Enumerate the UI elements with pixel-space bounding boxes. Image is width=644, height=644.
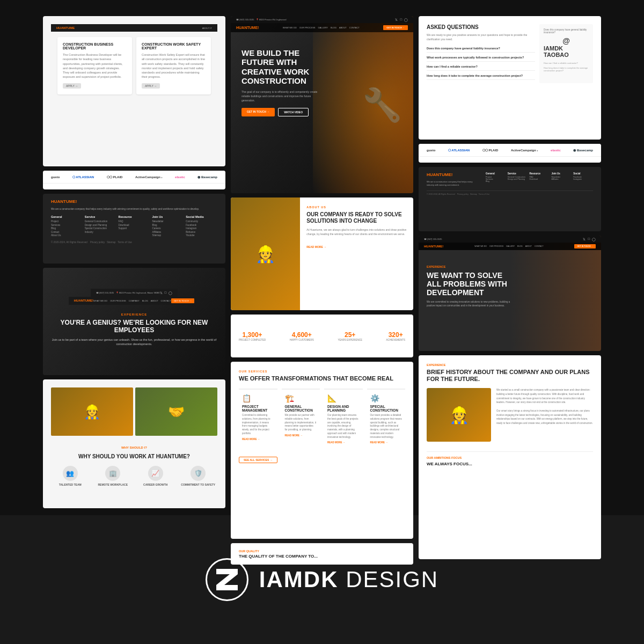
career-label: EXPERIENCE [51,313,217,316]
stat-experience-label: YEARS EXPERIENCE [338,339,362,341]
career-subtitle: Join us to be part of a team where your … [51,338,217,347]
faq-q2: What work processes are typically follow… [427,56,535,62]
center-column: ☎ (847) 555-0105 📍 8023 Preston Rd. Ingl… [231,16,413,565]
stat-achievements: 320+ ACHIEVEMENTS [386,331,405,341]
footer-col-resource: Resource FAQ Download Support [119,215,150,238]
stat-experience-number: 25+ [338,331,362,339]
service-card-2-btn[interactable]: APPLY → [142,83,160,89]
hero-nav-items: WHAT WE DO OUR PROCESS GALLERY BLOG ABOU… [283,26,360,29]
general-const-icon: 🏗️ [285,394,317,402]
stat-achievements-number: 320+ [386,331,405,339]
panel-footer-left: HUANTUME! We are a construction company … [43,194,225,264]
talented-team-icon: 👥 [63,466,78,481]
hero-cta-btn[interactable]: GET IN TOUCH → [383,25,408,30]
service-item-2-name: GENERAL CONSTRUCTION [285,405,317,412]
footer-bottom-left: © 2020-2024, All Rights Reserved Privacy… [51,241,217,244]
footer-col-joinus: Join Us Newsletter Blog Careers Affiliat… [152,215,184,238]
solving-cta[interactable]: GET IN TOUCH → [574,244,596,248]
workat-title: WHY SHOULD YOU WORK AT HUANTUME? [51,453,217,459]
career-title: YOU'RE A GENIUS? WE'RE LOOKING FOR NEW E… [51,319,217,334]
panel-brand-logos-left: gusto ⬡ ATLASSIAN ⬡⬡ PLAID ActiveCampaig… [43,171,225,189]
career-header: ☎ (847) 555-0105 📍 8023 Preston Rd. Ingl… [91,289,178,297]
about-image: 👷 [231,197,300,310]
brand-activecampaign-left: ActiveCampaign › [135,175,163,179]
panel-services-cards: HUANTUME ABOUT IT CONSTRUCTION BUSINESS … [43,16,225,166]
solving-text: We are committed to creating innovative … [427,300,513,308]
history-text: We started as a small construction compa… [496,388,593,405]
service-item-2-link[interactable]: READ MORE → [285,434,317,437]
brand-atlassian-right: ⬡ ATLASSIAN [448,148,470,152]
special-const-icon: ⚙️ [370,394,402,402]
brand-name-regular: DESIGN [338,567,438,592]
solving-title: WE WANT TO SOLVE ALL PROBLEMS WITH DEVEL… [427,271,513,297]
quality-label: OUR QUALITY [239,550,318,553]
history-body: 👷 We started as a small construction com… [427,388,593,446]
service-item-4-link[interactable]: READ MORE → [370,441,402,444]
hero-nav-bar: HUANTUME! WHAT WE DO OUR PROCESS GALLERY… [231,23,413,32]
left-column: HUANTUME ABOUT IT CONSTRUCTION BUSINESS … [43,16,225,508]
history-bottom-label: OUR AMBITIONS FOCUS [427,456,593,459]
panel-quality: OUR QUALITY THE QUALITY OF THE COMPANY T… [231,543,413,565]
workat-label-1: TALENTED TEAM [59,483,82,486]
brand-plaid-right: ⬡⬡ PLAID [482,148,499,152]
panel-hero: ☎ (847) 555-0105 📍 8023 Preston Rd. Ingl… [231,16,413,193]
hero-watch-video-btn[interactable]: WATCH VIDEO [278,108,309,116]
service-card-2-title: CONSTRUCTION WORK SAFETY EXPERT [142,42,206,50]
services-section-title: WE OFFER TRANSFORMATIONS THAT BECOME REA… [239,375,405,382]
solving-main-content: EXPERIENCE WE WANT TO SOLVE ALL PROBLEMS… [427,246,593,308]
service-item-1-desc: Committed to delivering solutions, from … [242,414,274,436]
footer-right-desc: We are a construction company that helps… [427,180,480,187]
faq-q1: Does this company have general liability… [427,47,535,53]
history-image: 👷 [427,388,491,442]
faq-title: ASKED QUESTIONS [427,24,535,30]
service-card-1-title: CONSTRUCTION BUSINESS DEVELOPER [63,42,127,50]
brand-activecampaign-right: ActiveCampaign › [511,149,538,152]
footer-col-service: Service General Construction Design and … [85,215,116,238]
solving-top-bar: ☎ (847) 555-0105 𝕏 □ ◯ [419,236,601,243]
stat-projects: 1,300+ PROJECT COMPLETED [239,331,266,341]
see-all-services-btn[interactable]: SEE ALL SERVICES → [239,457,277,463]
brand-gusto-left: gusto [51,175,60,179]
career-nav: HUANTUME! WHAT WE DO OUR PROCESS COMPANY… [69,297,200,305]
faq-watermark-iamdk: IAMDK [544,45,589,52]
workat-label-4: COMMITMENT TO SAFETY [181,483,215,486]
service-item-1-link[interactable]: READ MORE → [242,438,274,441]
panel-workat: 👷 🤝 WHY SHOULD I? WHY SHOULD YOU WORK AT… [43,379,225,508]
brand-gusto-right: gusto [427,149,435,152]
service-item-1: 📋 PROJECT MANAGEMENT Committed to delive… [239,389,277,448]
service-item-3-desc: Our planning team ensures the best goals… [327,414,360,439]
service-item-2: 🏗️ GENERAL CONSTRUCTION We provide our p… [282,389,320,448]
work-images-row: 👷 🤝 [51,387,217,436]
stat-projects-label: PROJECT COMPLETED [239,339,266,341]
services-cards-grid: CONSTRUCTION BUSINESS DEVELOPER The Cons… [57,37,211,94]
service-card-1-desc: The Construction Business Developer will… [63,53,127,79]
faq-watermark-at: @ [544,37,589,45]
service-item-3: 📐 DESIGN AND PLANNING Our planning team … [324,389,363,448]
faq-side-question-3: How long does it take to complete the av… [544,67,589,72]
panel-about: 👷 ABOUT US OUR COMPANY IS READY TO SOLVE… [231,197,413,310]
about-read-more[interactable]: READ MORE → [306,245,326,248]
workat-label-2: REMOTE WORKPLACE [98,483,128,486]
footer-columns-left: General Project Services Blog Contact Ab… [51,215,217,238]
footer-right-logo-area: HUANTUME! We are a construction company … [427,172,480,187]
design-planning-icon: 📐 [327,394,360,402]
hero-description: The goal of our company is to efficientl… [241,90,322,103]
panel-faq: ASKED QUESTIONS We are ready to give you… [419,16,601,140]
brand-plaid-left: ⬡⬡ PLAID [107,175,123,179]
faq-side-label: Does this company have general liability… [544,28,589,34]
hero-get-in-touch-btn[interactable]: GET IN TOUCH → [241,108,275,116]
footer-right-bottom: © 2020-2024, All Rights Reserved Privacy… [427,191,593,195]
panel-footer-right: HUANTUME! We are a construction company … [419,167,601,231]
service-card-2-desc: Construction Work Safety Expert will ens… [142,53,206,79]
career-growth-icon: 📈 [148,466,163,481]
history-bottom: OUR AMBITIONS FOCUS WE ALWAYS FOCUS... [427,451,593,466]
about-text: At Huantume, we are always glad to turn … [306,228,407,236]
workat-icon-2: 🏢 REMOTE WORKPLACE [94,466,133,486]
about-content: ABOUT US OUR COMPANY IS READY TO SOLVE S… [300,197,413,310]
service-item-3-link[interactable]: READ MORE → [327,441,360,444]
remote-workplace-icon: 🏢 [105,466,120,481]
history-text-2: Our smart story brings a strong focus in… [496,409,593,426]
service-card-1-btn[interactable]: APPLY → [63,83,81,89]
brand-name-bold: IAMDK [259,567,339,592]
solving-nav-area: ☎ (847) 555-0105 𝕏 □ ◯ HUANTUME! WHAT WE… [419,236,601,250]
